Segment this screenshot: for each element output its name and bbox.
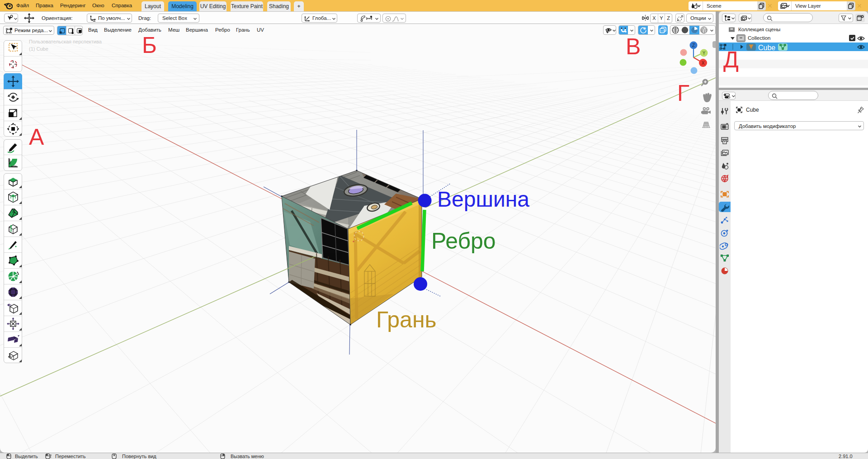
svg-text:Z: Z [692, 43, 695, 48]
svg-text:Ребро: Ребро [431, 228, 496, 254]
svg-text:Y: Y [703, 51, 706, 56]
svg-text:X: X [702, 61, 705, 66]
svg-text:Грань: Грань [376, 307, 437, 332]
svg-text:Вершина: Вершина [437, 187, 529, 211]
